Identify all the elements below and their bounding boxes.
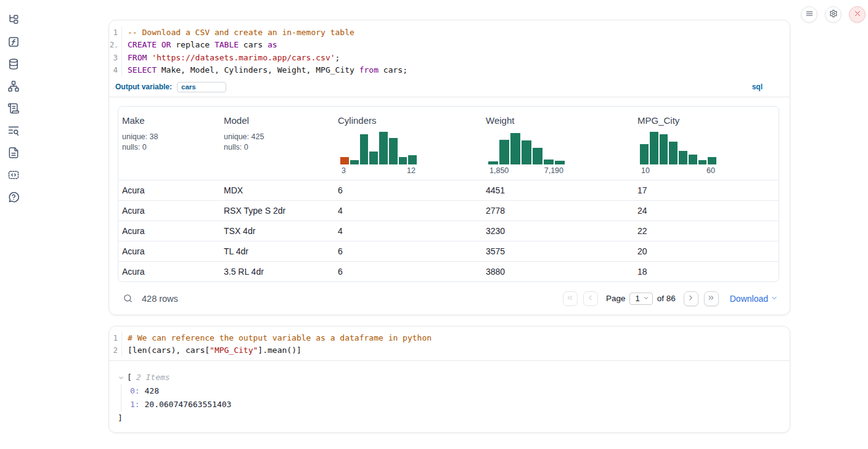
python-cell: 1# We can reference the output variable … bbox=[108, 326, 790, 433]
code-line: 4SELECT Make, Model, Cylinders, Weight, … bbox=[109, 64, 790, 76]
last-page-button[interactable] bbox=[704, 291, 719, 306]
table-cell: Acura bbox=[118, 267, 220, 277]
next-page-button[interactable] bbox=[684, 291, 698, 306]
histogram-axis: 1060 bbox=[640, 164, 716, 180]
notebook: 1-- Download a CSV and create an in-memo… bbox=[108, 20, 790, 433]
fold-chevron-icon[interactable]: ⌄ bbox=[115, 43, 118, 49]
page-total: of 86 bbox=[657, 294, 676, 303]
table-cell: 6 bbox=[334, 267, 482, 277]
table-cell: Acura bbox=[118, 246, 220, 256]
column-label: Make bbox=[122, 115, 214, 126]
function-icon[interactable] bbox=[7, 36, 20, 48]
help-icon[interactable] bbox=[7, 191, 20, 203]
network-icon[interactable] bbox=[7, 80, 20, 92]
close-icon bbox=[853, 9, 862, 20]
scroll-icon[interactable] bbox=[7, 102, 20, 115]
column-header-mpg_city[interactable]: MPG_City1060 bbox=[634, 107, 779, 180]
pagination: Page 1 of 86 Download bbox=[563, 291, 778, 306]
code-line: 2[len(cars), cars["MPG_City"].mean()] bbox=[109, 344, 790, 357]
code-line: 2⌄CREATE OR replace TABLE cars as bbox=[109, 39, 790, 52]
table-cell: 24 bbox=[634, 206, 779, 216]
collapse-caret-icon[interactable] bbox=[118, 374, 125, 381]
data-table: Makeunique: 38nulls: 0Modelunique: 425nu… bbox=[118, 106, 779, 282]
chevron-right-icon bbox=[687, 294, 695, 304]
table-cell: Acura bbox=[118, 226, 220, 236]
histogram-bar bbox=[640, 144, 649, 164]
table-row[interactable]: Acura3.5 RL 4dr6388018 bbox=[118, 261, 779, 281]
close-bracket: ] bbox=[118, 411, 790, 425]
histogram-bar bbox=[660, 134, 668, 164]
output-variable-input[interactable] bbox=[177, 82, 226, 92]
menu-button[interactable] bbox=[801, 6, 817, 23]
column-header-weight[interactable]: Weight1,8507,190 bbox=[482, 107, 634, 180]
table-cell: 4451 bbox=[482, 185, 634, 195]
table-footer: 428 rows Page 1 of 86 bbox=[118, 288, 779, 309]
table-cell: 3880 bbox=[482, 267, 634, 277]
items-count-label: 2 Items bbox=[136, 371, 170, 384]
table-row[interactable]: AcuraMDX6445117 bbox=[118, 180, 779, 200]
table-cell: 4 bbox=[334, 226, 482, 236]
search-icon[interactable] bbox=[123, 293, 133, 304]
histogram-bar bbox=[510, 133, 520, 164]
table-cell: 18 bbox=[634, 267, 779, 277]
list-search-icon[interactable] bbox=[7, 124, 20, 137]
table-cell: 20 bbox=[634, 246, 779, 256]
close-button[interactable] bbox=[849, 6, 866, 23]
chevron-left-icon bbox=[586, 294, 594, 304]
column-histogram bbox=[640, 132, 716, 164]
histogram-bar bbox=[533, 148, 542, 164]
histogram-bar bbox=[669, 142, 678, 164]
download-button[interactable]: Download bbox=[730, 294, 778, 304]
code-line: 1# We can reference the output variable … bbox=[109, 332, 790, 344]
topbar-buttons bbox=[801, 6, 866, 23]
sql-cell: 1-- Download a CSV and create an in-memo… bbox=[108, 20, 790, 315]
code-line: 1-- Download a CSV and create an in-memo… bbox=[109, 26, 790, 39]
table-cell: 3.5 RL 4dr bbox=[220, 267, 334, 277]
histogram-bar bbox=[499, 140, 509, 164]
page-select[interactable]: 1 bbox=[629, 293, 652, 305]
table-cell: TL 4dr bbox=[220, 246, 334, 256]
python-code-editor[interactable]: 1# We can reference the output variable … bbox=[109, 326, 790, 361]
histogram-bar bbox=[379, 132, 388, 164]
page-label: Page bbox=[606, 294, 626, 303]
settings-button[interactable] bbox=[825, 6, 841, 23]
list-item: 1: 20.060747663551403 bbox=[130, 398, 790, 411]
table-cell: 2778 bbox=[482, 206, 634, 216]
histogram-bar bbox=[522, 140, 531, 164]
table-row[interactable]: AcuraTSX 4dr4323022 bbox=[118, 220, 779, 241]
table-row[interactable]: AcuraRSX Type S 2dr4277824 bbox=[118, 200, 779, 220]
menu-icon bbox=[805, 9, 814, 20]
sql-code-editor[interactable]: 1-- Download a CSV and create an in-memo… bbox=[109, 20, 790, 80]
table-row[interactable]: AcuraTL 4dr6357520 bbox=[118, 241, 779, 261]
table-cell: 6 bbox=[334, 246, 482, 256]
prev-page-button[interactable] bbox=[583, 291, 598, 306]
histogram-bar bbox=[340, 157, 349, 164]
file-tree-icon[interactable] bbox=[7, 14, 20, 26]
column-histogram bbox=[340, 132, 417, 164]
histogram-bar bbox=[369, 152, 378, 164]
table-cell: 22 bbox=[634, 226, 779, 236]
column-label: Cylinders bbox=[338, 115, 476, 126]
python-cell-output: [ 2 Items 0: 4281: 20.060747663551403 ] bbox=[109, 361, 790, 432]
database-icon[interactable] bbox=[7, 58, 20, 70]
column-header-model[interactable]: Modelunique: 425nulls: 0 bbox=[220, 107, 334, 180]
chevrons-right-icon bbox=[707, 294, 715, 304]
histogram-axis: 1,8507,190 bbox=[488, 164, 565, 180]
column-histogram bbox=[488, 132, 565, 164]
histogram-axis: 312 bbox=[340, 164, 417, 180]
column-header-make[interactable]: Makeunique: 38nulls: 0 bbox=[118, 107, 220, 180]
histogram-bar bbox=[360, 134, 369, 164]
table-header: Makeunique: 38nulls: 0Modelunique: 425nu… bbox=[118, 107, 779, 180]
histogram-bar bbox=[698, 160, 707, 164]
chevron-down-icon bbox=[643, 294, 649, 303]
column-header-cylinders[interactable]: Cylinders312 bbox=[334, 107, 482, 180]
column-stats: unique: 38nulls: 0 bbox=[122, 132, 214, 153]
snippets-icon[interactable] bbox=[7, 169, 20, 181]
histogram-bar bbox=[689, 155, 697, 164]
histogram-bar bbox=[488, 161, 498, 164]
table-cell: TSX 4dr bbox=[220, 226, 334, 236]
first-page-button[interactable] bbox=[563, 291, 578, 306]
document-icon[interactable] bbox=[7, 147, 20, 159]
column-label: MPG_City bbox=[637, 115, 772, 126]
table-cell: Acura bbox=[118, 185, 220, 195]
